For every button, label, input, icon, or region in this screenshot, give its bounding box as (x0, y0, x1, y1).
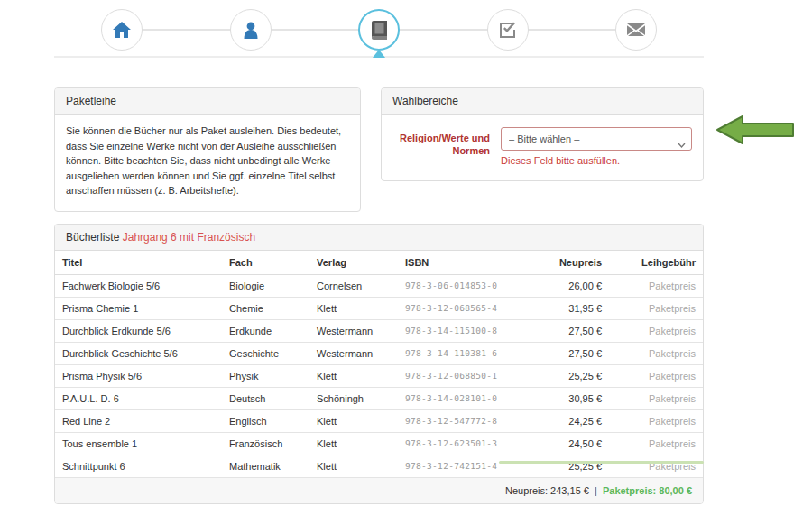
cell-titel: Schnittpunkt 6 (55, 455, 222, 477)
cell-isbn: 978-3-06-014853-0 (398, 274, 531, 297)
field-error-message: Dieses Feld bitte ausfüllen. (501, 155, 692, 166)
cell-fach: Physik (222, 364, 309, 387)
table-row: Red Line 2EnglischKlett978-3-12-547772-8… (55, 409, 703, 432)
religion-field-label: Religion/Werte und Normen (392, 127, 490, 166)
panel-paketleihe: Paketleihe Sie können die Bücher nur als… (54, 87, 361, 212)
cell-titel: Durchblick Erdkunde 5/6 (55, 319, 222, 342)
cell-verlag: Klett (309, 455, 398, 477)
cell-fach: Erdkunde (222, 319, 309, 342)
cell-isbn: 978-3-12-742151-4 (398, 455, 531, 477)
cell-isbn: 978-3-12-547772-8 (398, 409, 531, 432)
cell-verlag: Klett (309, 297, 398, 319)
col-neupreis: Neupreis (531, 251, 609, 275)
cell-neupreis: 26,00 € (531, 274, 609, 297)
cell-titel: Tous ensemble 1 (55, 432, 222, 455)
cell-isbn: 978-3-12-623501-3 (398, 432, 531, 455)
content-container: Paketleihe Sie können die Bücher nur als… (54, 0, 704, 504)
cell-neupreis: 25,25 € (531, 364, 609, 387)
home-icon (113, 22, 131, 38)
total-neupreis-value: 243,15 € (550, 485, 589, 496)
user-icon (243, 22, 259, 39)
cell-fach: Mathematik (222, 455, 309, 477)
step-user[interactable] (230, 9, 272, 51)
envelope-icon (627, 23, 645, 36)
cell-neupreis: 25,25 € (531, 455, 609, 477)
cell-verlag: Klett (309, 432, 398, 455)
panel-paketleihe-title: Paketleihe (55, 88, 360, 115)
cell-fach: Biologie (222, 274, 309, 297)
table-row: Tous ensemble 1FranzösischKlett978-3-12-… (55, 432, 703, 455)
cell-leihgebuehr: Paketpreis (609, 409, 703, 432)
table-footer-row: Neupreis: 243,15 € | Paketpreis: 80,00 € (55, 477, 703, 503)
cell-leihgebuehr: Paketpreis (609, 297, 703, 319)
cell-neupreis: 27,50 € (531, 342, 609, 364)
wizard-stepper (54, 0, 704, 58)
check-square-icon (499, 22, 516, 39)
cell-fach: Deutsch (222, 387, 309, 409)
book-icon (372, 21, 387, 40)
panel-paketleihe-text: Sie können die Bücher nur als Paket ausl… (55, 115, 360, 211)
buecherliste-title: Bücherliste Jahrgang 6 mit Französisch (55, 225, 703, 251)
panel-wahlbereiche-title: Wahlbereiche (382, 88, 703, 115)
col-isbn: ISBN (398, 251, 531, 275)
step-books[interactable] (358, 9, 400, 51)
table-row: Prisma Physik 5/6PhysikKlett978-3-12-068… (55, 364, 703, 387)
cell-titel: Prisma Chemie 1 (55, 297, 222, 319)
cell-verlag: Westermann (309, 319, 398, 342)
cell-isbn: 978-3-12-068565-4 (398, 297, 531, 319)
cell-titel: Fachwerk Biologie 5/6 (55, 274, 222, 297)
col-leihgebuehr: Leihgebühr (609, 251, 703, 275)
step-confirm[interactable] (487, 9, 529, 51)
cell-verlag: Cornelsen (309, 274, 398, 297)
table-row: Durchblick Erdkunde 5/6ErdkundeWesterman… (55, 319, 703, 342)
cell-isbn: 978-3-14-110381-6 (398, 342, 531, 364)
cell-leihgebuehr: Paketpreis (609, 364, 703, 387)
cell-leihgebuehr: Paketpreis (609, 319, 703, 342)
cell-neupreis: 30,95 € (531, 387, 609, 409)
book-table: Titel Fach Verlag ISBN Neupreis Leihgebü… (55, 251, 703, 503)
col-titel: Titel (55, 251, 222, 275)
buecherliste-title-jahrgang: Jahrgang 6 mit Französisch (123, 231, 255, 244)
religion-select[interactable]: – Bitte wählen – (501, 127, 692, 151)
cell-neupreis: 31,95 € (531, 297, 609, 319)
cell-leihgebuehr: Paketpreis (609, 274, 703, 297)
panel-wahlbereiche: Wahlbereiche Religion/Werte und Normen –… (381, 87, 704, 181)
table-body: Fachwerk Biologie 5/6BiologieCornelsen97… (55, 274, 703, 477)
table-row: Prisma Chemie 1ChemieKlett978-3-12-06856… (55, 297, 703, 319)
cell-isbn: 978-3-12-068850-1 (398, 364, 531, 387)
cell-titel: Durchblick Geschichte 5/6 (55, 342, 222, 364)
cell-isbn: 978-3-14-028101-0 (398, 387, 531, 409)
table-row: Schnittpunkt 6MathematikKlett978-3-12-74… (55, 455, 703, 477)
cell-leihgebuehr: Paketpreis (609, 342, 703, 364)
cell-fach: Französisch (222, 432, 309, 455)
buecherliste-title-prefix: Bücherliste (66, 231, 119, 244)
cell-verlag: Klett (309, 364, 398, 387)
cell-leihgebuehr: Paketpreis (609, 455, 703, 477)
cell-leihgebuehr: Paketpreis (609, 387, 703, 409)
cell-verlag: Klett (309, 409, 398, 432)
total-paketpreis: Paketpreis: 80,00 € (603, 485, 692, 496)
table-row: P.A.U.L. D. 6DeutschSchöningh978-3-14-02… (55, 387, 703, 409)
cell-leihgebuehr: Paketpreis (609, 432, 703, 455)
cell-titel: Prisma Physik 5/6 (55, 364, 222, 387)
green-pointer-arrow (715, 114, 795, 150)
step-mail[interactable] (615, 9, 657, 51)
table-header-row: Titel Fach Verlag ISBN Neupreis Leihgebü… (55, 251, 703, 275)
religion-field-row: Religion/Werte und Normen – Bitte wählen… (392, 127, 692, 166)
col-fach: Fach (222, 251, 309, 275)
active-step-caret (373, 50, 385, 58)
cell-neupreis: 24,25 € (531, 409, 609, 432)
cell-fach: Englisch (222, 409, 309, 432)
table-row: Durchblick Geschichte 5/6GeschichteWeste… (55, 342, 703, 364)
cell-verlag: Westermann (309, 342, 398, 364)
cell-fach: Chemie (222, 297, 309, 319)
totals-separator: | (592, 485, 600, 496)
total-neupreis-label: Neupreis: (505, 485, 548, 496)
step-home[interactable] (101, 9, 143, 51)
cell-neupreis: 27,50 € (531, 319, 609, 342)
cell-fach: Geschichte (222, 342, 309, 364)
col-verlag: Verlag (309, 251, 398, 275)
cell-isbn: 978-3-14-115100-8 (398, 319, 531, 342)
cell-neupreis: 24,50 € (531, 432, 609, 455)
cell-verlag: Schöningh (309, 387, 398, 409)
